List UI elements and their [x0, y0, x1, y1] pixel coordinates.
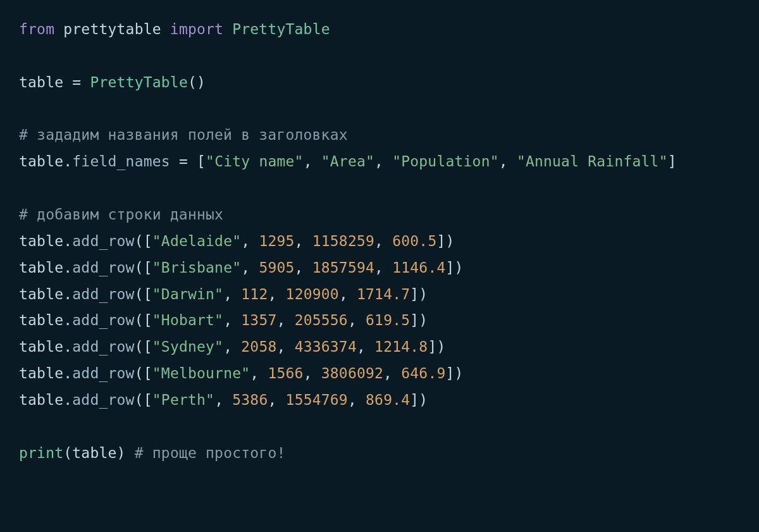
number-literal: 869.4 [366, 392, 410, 408]
arg-table: table [72, 445, 116, 461]
number-literal: 1158259 [312, 233, 374, 249]
paren-close: ) [436, 338, 445, 355]
string-literal: "Adelaide" [152, 233, 241, 249]
paren-open: ( [135, 338, 144, 355]
paren-close: ) [455, 365, 464, 381]
bracket-close: ] [445, 259, 454, 276]
code-line-addrow: table.add_row(["Hobart", 1357, 205556, 6… [19, 312, 428, 328]
method-addrow: add_row [72, 312, 134, 328]
bracket-close: ] [410, 392, 419, 408]
paren-close: ) [419, 312, 428, 328]
paren-open: ( [63, 445, 72, 461]
paren-close: ) [446, 233, 455, 249]
comma: , [277, 338, 286, 355]
bracket-open: [ [144, 286, 152, 302]
paren-open: ( [135, 259, 144, 276]
string-literal: "Hobart" [152, 312, 223, 328]
comma: , [223, 286, 232, 302]
obj-table: table [19, 312, 63, 328]
bracket-close: ] [410, 286, 419, 302]
comma: , [223, 312, 232, 328]
string-literal: "Perth" [152, 392, 214, 408]
number-literal: 5386 [232, 392, 268, 408]
class-name: PrettyTable [232, 21, 330, 37]
obj-table: table [19, 392, 63, 408]
string-literal: "Melbourne" [152, 365, 250, 381]
obj-table: table [19, 153, 63, 170]
code-block: from prettytable import PrettyTable tabl… [0, 0, 759, 483]
bracket-open: [ [197, 153, 206, 170]
method-addrow: add_row [72, 259, 134, 276]
number-literal: 1566 [268, 365, 303, 381]
obj-table: table [19, 259, 63, 276]
bracket-close: ] [668, 153, 677, 170]
number-literal: 1295 [259, 233, 294, 249]
comma: , [339, 286, 348, 302]
comment-line: # зададим названия полей в заголовках [19, 127, 348, 143]
method-addrow: add_row [72, 233, 134, 249]
number-literal: 4336374 [295, 338, 357, 355]
paren-close: ) [117, 445, 126, 461]
bracket-close: ] [428, 338, 436, 355]
dot-op: . [63, 392, 72, 408]
code-line-addrow: table.add_row(["Darwin", 112, 120900, 17… [19, 286, 428, 302]
bracket-close: ] [445, 365, 454, 381]
class-call: PrettyTable [90, 74, 188, 90]
comma: , [357, 338, 366, 355]
comma: , [250, 365, 259, 381]
comma: , [499, 153, 508, 170]
number-literal: 205556 [295, 312, 348, 328]
paren-close: ) [455, 259, 464, 276]
comma: , [277, 312, 286, 328]
number-literal: 112 [241, 286, 268, 302]
comma: , [374, 259, 383, 276]
number-literal: 1857594 [312, 259, 374, 276]
paren-open: ( [135, 286, 144, 302]
string-literal: "Brisbane" [152, 259, 241, 276]
dot-op: . [63, 338, 72, 355]
dot-op: . [63, 286, 72, 302]
number-literal: 1554769 [286, 392, 348, 408]
obj-table: table [19, 233, 63, 249]
paren-close: ) [419, 392, 428, 408]
bracket-open: [ [144, 312, 152, 328]
keyword-from: from [19, 21, 54, 37]
comma: , [241, 259, 250, 276]
comment-line: # добавим строки данных [19, 206, 223, 223]
obj-table: table [19, 365, 63, 381]
obj-table: table [19, 286, 63, 302]
comma: , [304, 153, 312, 170]
comma: , [348, 392, 357, 408]
comma: , [348, 312, 357, 328]
dot-op: . [63, 153, 72, 170]
bracket-open: [ [144, 392, 152, 408]
comma: , [214, 392, 223, 408]
string-literal: "Sydney" [152, 338, 223, 355]
method-addrow: add_row [72, 286, 134, 302]
comma: , [374, 153, 383, 170]
comma: , [374, 233, 383, 249]
code-line-print: print(table) # проще простого! [19, 445, 286, 461]
method-addrow: add_row [72, 392, 134, 408]
number-literal: 1214.8 [374, 338, 428, 355]
comma: , [295, 233, 304, 249]
comma: , [223, 338, 232, 355]
string-literal: "Darwin" [152, 286, 223, 302]
comma: , [268, 392, 276, 408]
string-literal: "Area" [321, 153, 374, 170]
comma: , [295, 259, 304, 276]
code-line-import: from prettytable import PrettyTable [19, 21, 330, 37]
number-literal: 1146.4 [392, 259, 445, 276]
attr-fieldnames: field_names [72, 153, 170, 170]
code-line-addrow: table.add_row(["Sydney", 2058, 4336374, … [19, 338, 446, 355]
code-line-addrow: table.add_row(["Adelaide", 1295, 1158259… [19, 233, 455, 249]
paren-open: ( [135, 392, 144, 408]
paren-open: ( [135, 365, 144, 381]
equals-op: = [72, 74, 81, 90]
comma: , [304, 365, 312, 381]
var-table: table [19, 74, 63, 90]
comma: , [241, 233, 250, 249]
dot-op: . [63, 233, 72, 249]
string-literal: "Annual Rainfall" [517, 153, 668, 170]
number-literal: 120900 [286, 286, 339, 302]
